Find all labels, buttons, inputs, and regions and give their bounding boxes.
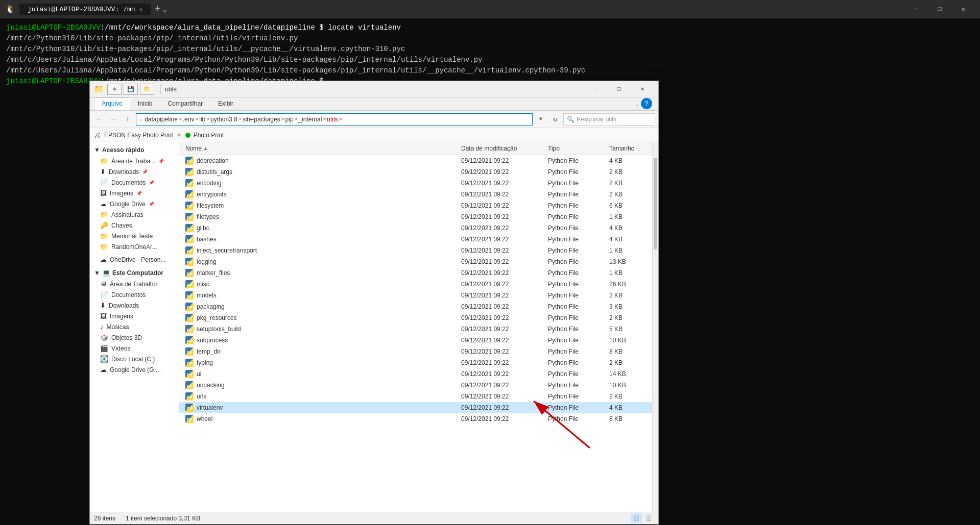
table-row[interactable]: pysubprocess09/12/2021 09:22Python File1… xyxy=(179,335,652,346)
sidebar-item-chaves[interactable]: 🔑 Chaves xyxy=(90,220,179,231)
table-row[interactable]: pywheel09/12/2021 09:22Python File8 KB xyxy=(179,413,652,424)
file-name: subprocess xyxy=(197,337,228,344)
breadcrumb-sitepackages[interactable]: site-packages xyxy=(243,116,280,123)
explorer-minimize-button[interactable]: ― xyxy=(584,81,607,97)
table-row[interactable]: pytemp_dir09/12/2021 09:22Python File8 K… xyxy=(179,346,652,357)
save-button[interactable]: 💾 xyxy=(124,84,138,95)
table-row[interactable]: pypackaging09/12/2021 09:22Python File3 … xyxy=(179,301,652,312)
table-row[interactable]: pyentrypoints09/12/2021 09:22Python File… xyxy=(179,189,652,200)
breadcrumb-bar[interactable]: « datapipeline > .env > lib > python3.8 … xyxy=(136,113,533,126)
sidebar-item-random[interactable]: 📁 RandomOneAr... xyxy=(90,241,179,252)
col-name[interactable]: Nome ▲ xyxy=(183,143,459,154)
quick-access-header[interactable]: ▼ Acesso rápido xyxy=(90,144,179,156)
tab-dropdown-button[interactable]: ⌄ xyxy=(162,4,168,14)
quick-access-button[interactable]: ⎆ xyxy=(107,84,122,95)
table-row[interactable]: pymodels09/12/2021 09:22Python File2 KB xyxy=(179,290,652,301)
file-name: marker_files xyxy=(197,269,230,277)
maximize-button[interactable]: □ xyxy=(928,0,951,18)
new-folder-button[interactable]: 📁 xyxy=(140,84,154,95)
search-box[interactable]: 🔍 Pesquisar utils xyxy=(563,113,655,126)
scroll-thumb[interactable] xyxy=(654,158,657,249)
table-row[interactable]: pylogging09/12/2021 09:22Python File13 K… xyxy=(179,256,652,267)
table-row[interactable]: pymarker_files09/12/2021 09:22Python Fil… xyxy=(179,267,652,279)
breadcrumb-datapipeline[interactable]: datapipeline xyxy=(145,116,178,123)
breadcrumb-dropdown-button[interactable]: ▼ xyxy=(535,113,547,126)
ribbon-tab-inicio[interactable]: Início xyxy=(130,97,160,110)
details-view-button[interactable]: ☰ xyxy=(643,513,654,523)
vertical-scrollbar[interactable] xyxy=(652,142,658,512)
table-row[interactable]: pyurls09/12/2021 09:22Python File2 KB xyxy=(179,391,652,402)
python-file-icon: py xyxy=(185,213,194,221)
table-row[interactable]: pyglibc09/12/2021 09:22Python File4 KB xyxy=(179,222,652,234)
ribbon-tab-exibir[interactable]: Exibir xyxy=(210,97,241,110)
sidebar-item-docs[interactable]: 📄 Documentos xyxy=(90,289,179,300)
sidebar-item-imagens[interactable]: 🖼 Imagens 📌 xyxy=(90,188,179,198)
sidebar-item-area-trabalho[interactable]: 📁 Área de Traba... 📌 xyxy=(90,156,179,166)
table-row[interactable]: pyfiletypes09/12/2021 09:22Python File1 … xyxy=(179,211,652,222)
breadcrumb-env[interactable]: .env xyxy=(183,116,195,123)
explorer-maximize-button[interactable]: □ xyxy=(607,81,631,97)
file-type: Python File xyxy=(546,291,607,300)
table-row[interactable]: pyencoding09/12/2021 09:22Python File2 K… xyxy=(179,178,652,189)
breadcrumb-python38[interactable]: python3.8 xyxy=(210,116,237,123)
file-name-cell: pyglibc xyxy=(183,223,459,233)
terminal-tab-close[interactable]: ✕ xyxy=(139,6,143,13)
sidebar-item-music[interactable]: ♪ Músicas xyxy=(90,321,179,332)
file-size: 2 KB xyxy=(607,190,648,199)
table-row[interactable]: pyvirtualenv09/12/2021 09:22Python File4… xyxy=(179,402,652,413)
sidebar-item-downloads[interactable]: ⬇ Downloads 📌 xyxy=(90,166,179,177)
sidebar-item-desktop[interactable]: 🖥 Área de Trabalho xyxy=(90,279,179,289)
file-size: 4 KB xyxy=(607,403,648,412)
file-name-cell: pymisc xyxy=(183,279,459,289)
sidebar-item-videos[interactable]: 🎬 Vídeos xyxy=(90,343,179,354)
back-button[interactable]: ← xyxy=(93,113,105,126)
sidebar-item-downloads-comp[interactable]: ⬇ Downloads xyxy=(90,300,179,311)
terminal-output-4: /mnt/c/Users/Juliana/AppData/Local/Progr… xyxy=(6,65,974,76)
col-size[interactable]: Tamanho xyxy=(607,143,648,154)
col-date[interactable]: Data de modificação xyxy=(459,143,546,154)
minimize-button[interactable]: ― xyxy=(904,0,928,18)
table-row[interactable]: pymisc09/12/2021 09:22Python File26 KB xyxy=(179,279,652,290)
file-type: Python File xyxy=(546,302,607,311)
sidebar-item-images[interactable]: 🖼 Imagens xyxy=(90,311,179,321)
file-name-cell: pyentrypoints xyxy=(183,189,459,199)
terminal-tab[interactable]: juiasi@LAPTOP-2BSA9JVV: /mn ✕ xyxy=(19,4,151,15)
ribbon-tab-compartilhar[interactable]: Compartilhar xyxy=(160,97,210,110)
sidebar-item-memorial[interactable]: 📁 Memorial Teste xyxy=(90,231,179,241)
explorer-close-button[interactable]: ✕ xyxy=(631,81,654,97)
table-row[interactable]: pyunpacking09/12/2021 09:22Python File10… xyxy=(179,380,652,391)
sidebar-item-documentos[interactable]: 📄 Documentos 📌 xyxy=(90,177,179,188)
file-size: 2 KB xyxy=(607,167,648,177)
sidebar-item-3d[interactable]: 🎲 Objetos 3D xyxy=(90,332,179,343)
table-row[interactable]: pydeprecation09/12/2021 09:22Python File… xyxy=(179,155,652,166)
table-row[interactable]: pytyping09/12/2021 09:22Python File2 KB xyxy=(179,357,652,368)
close-button[interactable]: ✕ xyxy=(951,0,975,18)
list-view-button[interactable]: ☷ xyxy=(631,513,642,523)
ribbon-tabs: Arquivo Início Compartilhar Exibir ⌄ ? xyxy=(90,97,658,110)
col-type[interactable]: Tipo xyxy=(546,143,607,154)
sidebar-item-onedrive[interactable]: ☁ OneDrive - Person... xyxy=(90,254,179,265)
forward-button[interactable]: → xyxy=(107,113,119,126)
table-row[interactable]: pysetuptools_build09/12/2021 09:22Python… xyxy=(179,323,652,335)
table-row[interactable]: pypkg_resources09/12/2021 09:22Python Fi… xyxy=(179,312,652,323)
refresh-button[interactable]: ↻ xyxy=(549,113,561,126)
new-tab-button[interactable]: + xyxy=(155,4,160,14)
sidebar-item-google-drive[interactable]: ☁ Google Drive 📌 xyxy=(90,198,179,209)
breadcrumb-utils[interactable]: utils xyxy=(327,116,338,123)
table-row[interactable]: pyui09/12/2021 09:22Python File14 KB xyxy=(179,368,652,380)
sidebar-item-disk[interactable]: 💽 Disco Local (C:) xyxy=(90,354,179,364)
ribbon-tab-arquivo[interactable]: Arquivo xyxy=(94,97,130,110)
help-button[interactable]: ? xyxy=(641,98,652,109)
table-row[interactable]: pyhashes09/12/2021 09:22Python File4 KB xyxy=(179,234,652,245)
sidebar-item-gdrive[interactable]: ☁ Google Drive (G:... xyxy=(90,364,179,375)
table-row[interactable]: pydistutils_args09/12/2021 09:22Python F… xyxy=(179,166,652,178)
breadcrumb-pip[interactable]: pip xyxy=(285,116,294,123)
table-row[interactable]: pyfilesystem09/12/2021 09:22Python File6… xyxy=(179,200,652,211)
sidebar-item-assinaturas[interactable]: 📁 Assinaturas xyxy=(90,209,179,220)
breadcrumb-internal[interactable]: _internal xyxy=(298,116,322,123)
ribbon-expand-icon[interactable]: ⌄ xyxy=(635,101,639,107)
up-button[interactable]: ↑ xyxy=(122,113,134,126)
computer-header[interactable]: ▼ 💻 Este Computador xyxy=(90,267,179,279)
breadcrumb-lib[interactable]: lib xyxy=(199,116,205,123)
table-row[interactable]: pyinject_securetransport09/12/2021 09:22… xyxy=(179,245,652,256)
